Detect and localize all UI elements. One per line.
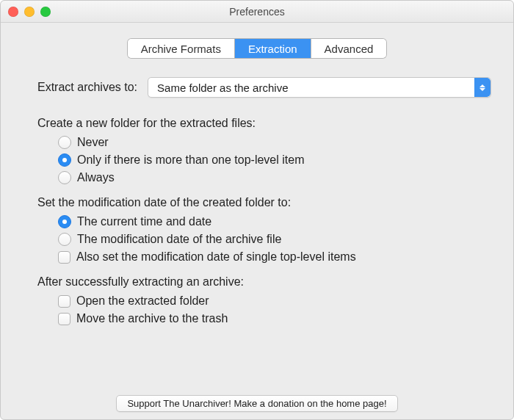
create-folder-heading: Create a new folder for the extracted fi… (37, 117, 491, 130)
preferences-body: Archive Formats Extraction Advanced Extr… (1, 23, 513, 325)
radio-current-date[interactable]: The current time and date (58, 215, 491, 228)
preferences-window: Preferences Archive Formats Extraction A… (0, 0, 514, 420)
checkbox-open-folder[interactable]: Open the extracted folder (58, 294, 491, 308)
extract-to-label: Extract archives to: (37, 81, 137, 94)
radio-label: Never (77, 136, 109, 149)
extract-to-row: Extract archives to: Same folder as the … (37, 77, 491, 98)
window-controls (8, 7, 51, 17)
radio-icon (58, 233, 71, 246)
tab-extraction[interactable]: Extraction (235, 39, 311, 58)
radio-label: The current time and date (77, 215, 211, 228)
checkbox-move-trash[interactable]: Move the archive to the trash (58, 312, 491, 325)
footer: Support The Unarchiver! Make a donation … (1, 395, 513, 412)
radio-label: Always (77, 171, 115, 184)
radio-archive-date[interactable]: The modification date of the archive fil… (58, 233, 491, 246)
checkbox-icon (58, 295, 70, 308)
mod-date-heading: Set the modification date of the created… (37, 196, 491, 209)
tabbar-container: Archive Formats Extraction Advanced (15, 39, 499, 58)
checkbox-label: Move the archive to the trash (76, 312, 228, 325)
checkbox-label: Also set the modification date of single… (76, 250, 356, 264)
minimize-icon[interactable] (24, 7, 35, 17)
checkbox-label: Open the extracted folder (76, 294, 209, 308)
radio-always[interactable]: Always (58, 171, 491, 184)
tab-archive-formats[interactable]: Archive Formats (128, 39, 235, 58)
checkbox-also-set[interactable]: Also set the modification date of single… (58, 250, 491, 264)
radio-label: The modification date of the archive fil… (77, 233, 281, 246)
after-extract-options: Open the extracted folder Move the archi… (58, 294, 491, 325)
radio-label: Only if there is more than one top-level… (77, 153, 304, 167)
checkbox-icon (58, 313, 70, 325)
after-extract-heading: After successfully extracting an archive… (37, 275, 491, 289)
window-title: Preferences (229, 6, 284, 18)
extract-to-popup[interactable]: Same folder as the archive (148, 77, 491, 98)
checkbox-icon (58, 251, 70, 264)
radio-icon (58, 153, 71, 167)
tab-advanced[interactable]: Advanced (311, 39, 387, 58)
zoom-icon[interactable] (40, 7, 51, 17)
chevron-up-down-icon (474, 78, 491, 97)
radio-only-if[interactable]: Only if there is more than one top-level… (58, 153, 491, 167)
radio-icon (58, 215, 71, 228)
radio-icon (58, 171, 71, 184)
close-icon[interactable] (8, 7, 18, 17)
tabbar: Archive Formats Extraction Advanced (128, 39, 387, 58)
mod-date-options: The current time and date The modificati… (58, 215, 491, 264)
create-folder-options: Never Only if there is more than one top… (58, 136, 491, 184)
radio-icon (58, 136, 71, 149)
create-folder-section: Create a new folder for the extracted fi… (37, 117, 491, 184)
support-button[interactable]: Support The Unarchiver! Make a donation … (116, 395, 397, 412)
extract-to-value: Same folder as the archive (157, 82, 288, 94)
after-extract-section: After successfully extracting an archive… (37, 275, 491, 325)
mod-date-section: Set the modification date of the created… (37, 196, 491, 264)
radio-never[interactable]: Never (58, 136, 491, 149)
titlebar: Preferences (1, 1, 513, 23)
